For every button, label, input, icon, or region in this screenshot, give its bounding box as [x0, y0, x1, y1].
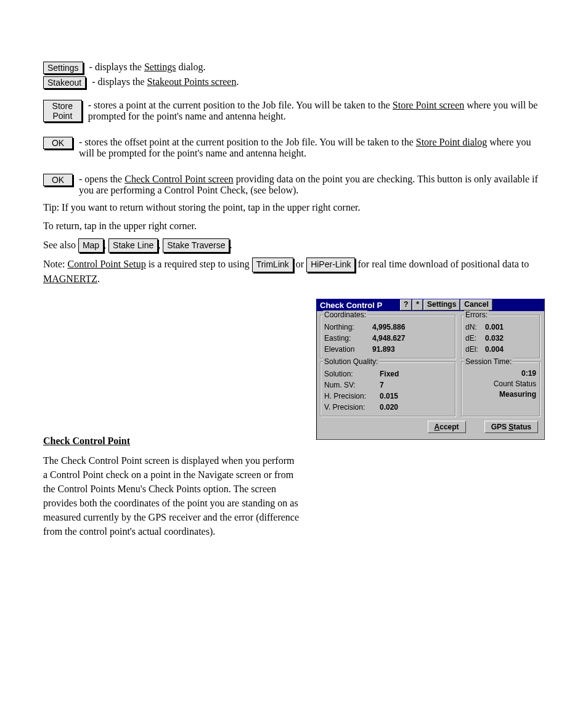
- tip-paragraph: Tip: If you want to return without stori…: [43, 201, 545, 214]
- trimlink-button-ref: TrimLink: [252, 258, 293, 272]
- check-control-point-link[interactable]: Check Control Point screen: [125, 174, 233, 184]
- dn-label: dN:: [465, 322, 481, 333]
- solution-quality-group: Solution Quality: Solution:Fixed Num. SV…: [320, 362, 456, 417]
- text: for real time download of positional dat…: [357, 259, 529, 269]
- instr-row-ok2: OK - opens the Check Control Point scree…: [43, 174, 545, 196]
- instr-text: - opens the Check Control Point screen p…: [79, 174, 545, 196]
- text: - stores a point at the current position…: [88, 100, 393, 110]
- store-point-screen-link[interactable]: Store Point screen: [393, 100, 464, 110]
- easting-value: 4,948.627: [372, 333, 405, 344]
- star-button[interactable]: *: [412, 299, 423, 310]
- return-paragraph: To return, tap in the upper right corner…: [43, 219, 545, 233]
- cancel-button[interactable]: Cancel: [460, 299, 492, 310]
- settings-link[interactable]: Settings: [144, 62, 176, 72]
- del-label: dEl:: [465, 344, 481, 355]
- group-legend: Coordinates:: [323, 310, 367, 319]
- elevation-value: 91.893: [372, 344, 395, 355]
- instr-row-settings: Settings - displays the Settings dialog.: [43, 62, 545, 74]
- dialog-body: Coordinates: Northing:4,995.886 Easting:…: [316, 311, 544, 439]
- numsv-value: 7: [380, 379, 384, 391]
- text: - displays the: [92, 76, 144, 87]
- instr-row-storepoint: Store Point - stores a point at the curr…: [43, 100, 545, 122]
- settings-button-ref: Settings: [43, 62, 83, 74]
- dn-value: 0.001: [485, 322, 504, 333]
- storepoint-button-ref: Store Point: [43, 100, 82, 122]
- staketrav-button-ref: Stake Traverse: [163, 238, 229, 253]
- measuring-status: Measuring: [465, 389, 536, 400]
- text: or: [296, 259, 306, 269]
- settings-button[interactable]: Settings: [423, 299, 460, 310]
- see-also: See also Map, Stake Line, Stake Traverse…: [43, 238, 545, 253]
- instr-text: - stores a point at the current position…: [88, 100, 545, 122]
- vprec-label: V. Precision:: [324, 402, 376, 413]
- text: See also: [43, 240, 78, 250]
- elevation-label: Elevation: [324, 344, 369, 355]
- vprec-value: 0.020: [380, 402, 398, 413]
- del-value: 0.004: [485, 344, 504, 355]
- gps-status-button[interactable]: GPS Status: [484, 421, 538, 433]
- group-legend: Solution Quality:: [323, 357, 379, 366]
- instr-text: - displays the Stakeout Points screen.: [92, 76, 239, 87]
- northing-value: 4,995.886: [372, 322, 405, 333]
- de-label: dE:: [465, 333, 481, 344]
- errors-group: Errors: dN:0.001 dE:0.032 dEl:0.004: [461, 315, 541, 359]
- stakeout-points-link[interactable]: Stakeout Points screen: [147, 76, 237, 87]
- instr-text: - stores the offset point at the current…: [79, 137, 545, 159]
- instr-row-ok1: OK - stores the offset point at the curr…: [43, 137, 545, 159]
- store-point-dialog-link[interactable]: Store Point dialog: [416, 137, 488, 147]
- session-time-value: 0:19: [465, 368, 536, 379]
- section-heading: Check Control Point: [43, 434, 301, 448]
- dialog-buttons: Accept GPS Status: [319, 418, 542, 437]
- section-body: The Check Control Point screen is displa…: [43, 453, 301, 539]
- group-legend: Session Time:: [464, 357, 513, 366]
- accept-button[interactable]: Accept: [428, 421, 466, 433]
- text: .: [236, 76, 239, 87]
- stakeline-button-ref: Stake Line: [108, 238, 158, 253]
- dialog-title: Check Control P: [317, 301, 399, 310]
- document-page: Settings - displays the Settings dialog.…: [0, 0, 588, 706]
- check-control-point-dialog: Check Control P ? * Settings Cancel Coor…: [316, 298, 545, 440]
- numsv-label: Num. SV:: [324, 379, 376, 391]
- text: .: [97, 274, 100, 284]
- help-button[interactable]: ?: [400, 299, 412, 310]
- ok-button-ref: OK: [43, 174, 73, 186]
- control-point-setup-link[interactable]: Control Point Setup: [68, 259, 146, 269]
- ok-button-ref: OK: [43, 137, 73, 149]
- easting-label: Easting:: [324, 333, 369, 344]
- stakeout-button-ref: Stakeout: [43, 76, 86, 89]
- solution-label: Solution:: [324, 368, 376, 379]
- de-value: 0.032: [485, 333, 504, 344]
- group-legend: Errors:: [464, 310, 489, 319]
- solution-value: Fixed: [380, 368, 399, 379]
- text: dialog.: [176, 62, 205, 72]
- text: Note:: [43, 259, 68, 269]
- hprec-label: H. Precision:: [324, 391, 376, 402]
- section-two-col: Check Control Point The Check Control Po…: [43, 298, 545, 538]
- section-text: Check Control Point The Check Control Po…: [43, 298, 301, 538]
- text: - opens the: [79, 174, 125, 184]
- hiperlink-button-ref: HiPer-Link: [306, 258, 355, 272]
- magnertz-link[interactable]: MAGNERTZ: [43, 274, 97, 284]
- text: is a required step to using: [149, 259, 252, 269]
- instr-text: - displays the Settings dialog.: [89, 62, 206, 73]
- session-time-group: Session Time: 0:19 Count Status Measurin…: [461, 362, 541, 417]
- dialog-titlebar: Check Control P ? * Settings Cancel: [316, 299, 544, 311]
- note-paragraph: Note: Control Point Setup is a required …: [43, 258, 545, 286]
- text: - displays the: [89, 62, 142, 72]
- northing-label: Northing:: [324, 322, 369, 333]
- coordinates-group: Coordinates: Northing:4,995.886 Easting:…: [320, 315, 456, 359]
- instr-row-stakeout: Stakeout - displays the Stakeout Points …: [43, 76, 545, 89]
- text: - stores the offset point at the current…: [79, 137, 416, 147]
- hprec-value: 0.015: [380, 391, 398, 402]
- map-button-ref: Map: [78, 238, 104, 253]
- count-status-label: Count Status: [465, 379, 536, 389]
